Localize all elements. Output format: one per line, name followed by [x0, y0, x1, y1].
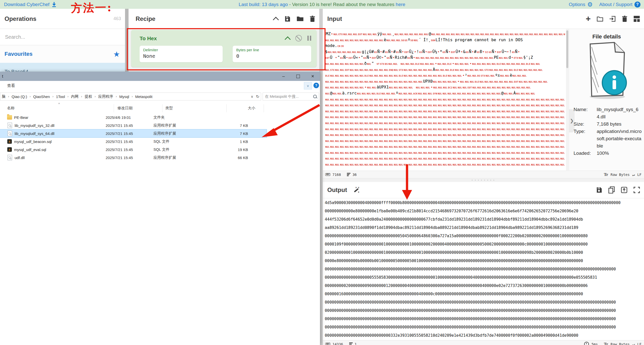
bytes-per-line-input[interactable]: Bytes per line 0 — [233, 46, 311, 62]
star-icon[interactable]: ★ — [113, 50, 120, 59]
explorer-search-box[interactable]: 在 Metaspolit 中搜... — [263, 92, 319, 101]
breadcrumb-item[interactable]: 脑 — [2, 94, 6, 99]
open-file-folder-icon[interactable] — [597, 16, 603, 22]
control-char: NUL — [330, 158, 335, 160]
output-content[interactable]: 4d5a90000300000004000000ffff0000b8000000… — [325, 199, 642, 340]
input-scrollbar[interactable] — [566, 29, 569, 170]
breadcrumb-item[interactable]: 内网 — [71, 94, 78, 99]
input-content[interactable]: MZ•NULETXNULNULNULEOTNULNULNULÿÿNULNUL¸N… — [325, 31, 565, 167]
column-header-type[interactable]: 类型 — [165, 106, 173, 111]
maximize-button[interactable] — [291, 72, 305, 81]
control-char: NUL — [369, 81, 374, 83]
download-cyberchef-link[interactable]: Download CyberChef — [4, 2, 57, 7]
file-row-mysql_udf_eval.sql[interactable]: mysql_udf_eval.sql2025/7/21 15:45SQL 文件1… — [0, 145, 267, 154]
collapse-recipe-icon[interactable] — [274, 17, 278, 21]
file-row-udf.dll[interactable]: udf.dll2025/7/21 15:45应用程序扩展66 KB — [0, 154, 267, 162]
control-char-bullet: • — [425, 50, 427, 54]
file-row-lib_mysqludf_sys_64.dll[interactable]: lib_mysqludf_sys_64.dll2025/7/21 15:45应用… — [0, 129, 267, 137]
input-editor[interactable]: MZ•NULETXNULNULNULEOTNULNULNULÿÿNULNUL¸N… — [323, 29, 644, 170]
output-eol-label[interactable]: LF — [637, 342, 641, 345]
control-char: NUL — [442, 110, 447, 113]
refresh-icon[interactable]: ↻ — [256, 94, 259, 99]
breadcrumb-item[interactable]: 提权 — [85, 94, 92, 99]
control-char: NUL — [536, 140, 540, 142]
control-char: NUL — [447, 81, 452, 83]
control-char: NUL — [394, 134, 398, 136]
control-char: NUL — [496, 146, 501, 148]
control-char: NUL — [453, 86, 457, 89]
breadcrumb-item[interactable]: 应用程序 — [98, 94, 113, 99]
copy-output-icon[interactable] — [608, 186, 615, 193]
save-recipe-icon[interactable] — [284, 16, 291, 22]
menu-view[interactable]: 查看 — [7, 83, 15, 88]
control-char: NUL — [482, 116, 487, 119]
io-resize-handle[interactable]: ▪ ▪ ▪ ▪ ▪ ▪ ▪ ▪ — [323, 178, 644, 182]
breadcrumb-item[interactable]: 1Tool — [56, 94, 65, 99]
control-char: NUL — [384, 128, 389, 131]
output-encoding-label[interactable]: Raw Bytes — [611, 342, 630, 345]
explorer-title-bar[interactable]: t – × — [0, 72, 320, 81]
minimize-button[interactable]: – — [276, 72, 291, 81]
output-line: 0000109f00000090000000000100000000001000… — [325, 240, 642, 249]
about-support-button[interactable]: About / Support ? — [599, 2, 640, 8]
breadcrumb-item[interactable]: Qiao (Q:) — [12, 94, 27, 99]
column-header-date[interactable]: 修改日期 — [117, 106, 133, 111]
input-encoding-label[interactable]: Raw Bytes — [611, 173, 630, 177]
last-build-link[interactable]: Last build: 13 days ago — [239, 2, 288, 7]
breakpoint-icon[interactable] — [307, 36, 311, 41]
control-char: NUL — [472, 134, 477, 136]
magic-wand-icon[interactable]: x x x — [353, 186, 360, 194]
input-scrollbar-thumb[interactable] — [566, 30, 568, 68]
disable-operation-icon[interactable] — [295, 35, 302, 41]
control-char: NUL — [545, 152, 550, 154]
close-button[interactable]: × — [305, 72, 320, 81]
add-input-tab-icon[interactable]: + — [586, 14, 591, 24]
file-row-lib_mysqludf_sys_32.dll[interactable]: lib_mysqludf_sys_32.dll2025/7/21 15:45应用… — [0, 121, 267, 129]
input-eol-label[interactable]: LF — [637, 173, 641, 177]
ribbon-collapse-icon[interactable]: ∨ — [304, 82, 312, 89]
detail-label: Size: — [574, 120, 597, 128]
breadcrumb-item[interactable]: Mysql — [119, 94, 129, 99]
control-char: NUL — [328, 51, 332, 54]
options-button[interactable]: Options ⚙ — [569, 2, 593, 8]
control-char: NUL — [477, 128, 482, 131]
control-char: NUL — [394, 69, 398, 71]
replace-input-with-output-icon[interactable] — [621, 187, 627, 193]
explorer-help-icon[interactable]: ? — [313, 83, 319, 88]
address-dropdown-icon[interactable]: ∨ — [251, 94, 253, 98]
font-toggle-icon[interactable]: Tr — [604, 172, 608, 177]
file-row-PE-Bear[interactable]: PE-Bear2025/4/6 19:01文件夹 — [0, 113, 267, 121]
open-folder-input-icon[interactable] — [609, 16, 616, 22]
address-bar[interactable]: 脑›Qiao (Q:)›QiaoShen›1Tool›内网›提权›应用程序›My… — [0, 92, 261, 101]
control-char: NUL — [511, 86, 516, 89]
maximise-output-icon[interactable] — [633, 187, 640, 193]
column-header-name[interactable]: 名称 — [7, 106, 15, 111]
input-tabs-layout-icon[interactable] — [633, 16, 640, 22]
collapse-operation-icon[interactable] — [286, 36, 290, 40]
input-status-bar: ABC 7168 36 Tr Raw Bytes ↵ LF — [323, 171, 644, 178]
control-char: NUL — [462, 146, 467, 148]
font-toggle-icon[interactable]: Tr — [604, 342, 608, 345]
recipe-operation-to-hex[interactable]: To Hex Delimiter None Bytes per line 0 — [131, 30, 317, 67]
delimiter-select[interactable]: Delimiter None — [140, 46, 223, 62]
new-features-link[interactable]: here — [396, 2, 405, 7]
clear-recipe-trash-icon[interactable] — [310, 16, 315, 22]
search-input[interactable] — [5, 34, 116, 40]
control-char: NUL — [433, 75, 437, 77]
breadcrumb-item[interactable]: Metaspolit — [135, 94, 152, 99]
breadcrumb-item[interactable]: QiaoShen — [33, 94, 50, 99]
output-area[interactable]: 4d5a90000300000004000000ffff0000b8000000… — [323, 198, 644, 340]
column-header-size[interactable]: 大小 — [248, 106, 255, 111]
file-row-mysql_udf_beacon.sql[interactable]: mysql_udf_beacon.sql2025/7/21 15:45SQL 文… — [0, 137, 267, 145]
line-count-icon — [349, 342, 353, 345]
control-char: NUL — [374, 146, 379, 148]
save-output-icon[interactable] — [596, 187, 602, 193]
load-recipe-folder-icon[interactable] — [297, 16, 304, 22]
favourites-header[interactable]: Favourites ★ — [0, 45, 125, 63]
control-char: NUL — [433, 81, 437, 83]
control-char: NUL — [364, 158, 369, 160]
control-char: NUL — [369, 140, 374, 142]
control-char: NUL — [467, 158, 472, 160]
control-char: NUL — [485, 75, 490, 77]
clear-input-trash-icon[interactable] — [622, 16, 627, 22]
